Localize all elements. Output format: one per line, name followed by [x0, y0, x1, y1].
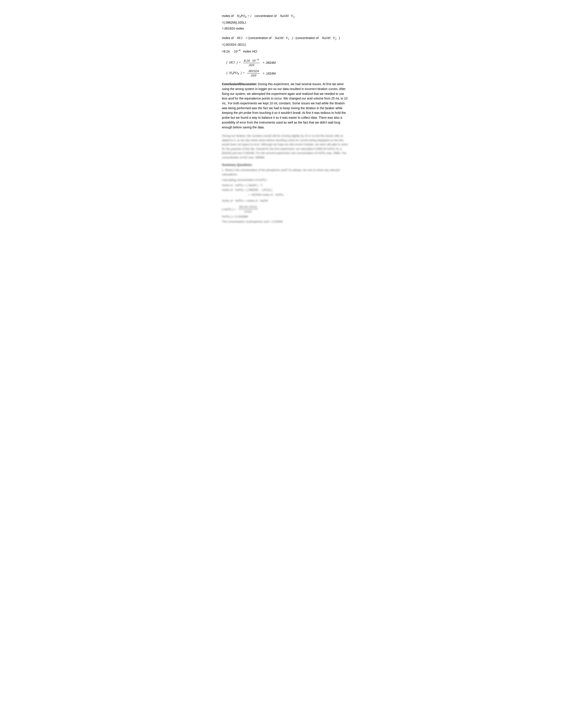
naoh-v1-formula: NaOH · V1: [274, 36, 290, 40]
calc-line3: =.001924 moles: [222, 26, 350, 31]
moles-h3po4-line1: moles of H3PO4 = i concentration of NaOH…: [222, 13, 350, 19]
hcl-bracket-eq: [ HCl ] = 8.24 · 10−4 .010 = .0824M: [226, 58, 350, 67]
h3po4-denominator: .010: [249, 73, 257, 77]
h3po4-bracket-eq: [ H3PO4 ] = .001924 .010 = .1924M: [226, 69, 350, 77]
hcl-line3: =8.24 · 10−4 moles HCl: [222, 48, 350, 54]
blurred-calc2: moles of H₃PO₄ = (.0962M) (.0212L): [222, 188, 350, 192]
conclusion-text: During this experiment, we had several i…: [222, 82, 348, 129]
summary-questions-heading: Summary Questions: [222, 163, 350, 167]
bracket-h3po4-label: [ H3PO4 ] =: [226, 71, 245, 76]
blurred-fraction-row: [ H₃PO₄ ] = 002.M (.0212) 0.010: [222, 205, 350, 214]
h3po4-numerator: .001924: [247, 69, 259, 73]
moles-hcl-section: moles of HCl = (concentration of NaOH · …: [222, 35, 350, 54]
naoh-v2b-formula: NaOH · V2: [322, 36, 337, 40]
blurred-fraction: 002.M (.0212) 0.010: [238, 205, 258, 214]
equals-conc-label: = (concentration of: [246, 36, 271, 40]
moles-hcl-label: moles of: [222, 36, 233, 40]
bracket-equations: [ HCl ] = 8.24 · 10−4 .010 = .0824M [ H3…: [226, 58, 350, 77]
blurred-num: 002.M (.0212): [238, 205, 258, 210]
hcl-result: = .0824M: [262, 61, 276, 64]
calc-label: Calculating concentration of H₃PO₄:: [222, 178, 350, 182]
hcl-formula: HCl: [237, 36, 243, 40]
blurred-bracket-h3po4: [ H₃PO₄ ] =: [222, 207, 236, 212]
moles-hcl-line1: moles of HCl = (concentration of NaOH · …: [222, 35, 350, 41]
conclusion-heading: Conclusion/Discussion:: [222, 82, 257, 86]
bracket-hcl-label: [ HCl ] =: [226, 61, 241, 64]
blurred-calc3: = .002040 moles of H₃PO₄: [248, 193, 350, 197]
moles-label: moles of: [222, 14, 233, 18]
summary-questions-section: Summary Questions 1. What is the concent…: [222, 163, 350, 224]
concentration-of-label: concentration of: [254, 14, 276, 18]
hcl-line2: =(.001924-.0011): [222, 42, 350, 47]
hcl-denominator: .010: [247, 63, 255, 67]
page-content: moles of H3PO4 = i concentration of NaOH…: [222, 13, 350, 224]
blurred-calc1: moles of H₃PO₄ = ( NaOH ) · V: [222, 183, 350, 188]
calc-line2: =(.0962M)(.020L): [222, 20, 350, 25]
conclusion-section: Conclusion/Discussion: During this exper…: [222, 82, 350, 130]
h3po4-formula: H3PO4 = i: [237, 14, 252, 18]
blurred-final-result: The concentration of phosphoric acid = 0…: [222, 220, 350, 224]
blurred-den: 0.010: [243, 209, 252, 214]
blurred-result1: H₃PO₄ ] = 0.20408M: [222, 214, 350, 219]
blurred-paragraph1: During our titration, the numbers would …: [222, 134, 350, 159]
conclusion-paragraph: Conclusion/Discussion: During this exper…: [222, 82, 350, 130]
question1-text: 1. What is the concentration of the phos…: [222, 168, 350, 176]
blurred-text1: During our titration, the numbers would …: [222, 134, 350, 159]
moles-h3po4-section: moles of H3PO4 = i concentration of NaOH…: [222, 13, 350, 31]
h3po4-fraction: .001924 .010: [247, 69, 259, 77]
hcl-fraction: 8.24 · 10−4 .010: [243, 58, 259, 67]
naoh-v2-formula: NaOH · V2: [280, 14, 295, 18]
hcl-numerator: 8.24 · 10−4: [243, 58, 259, 63]
h3po4-result: = .1924M: [262, 72, 276, 75]
blurred-calc4: moles of H₃PO₄ = moles of NaOH: [222, 199, 350, 203]
